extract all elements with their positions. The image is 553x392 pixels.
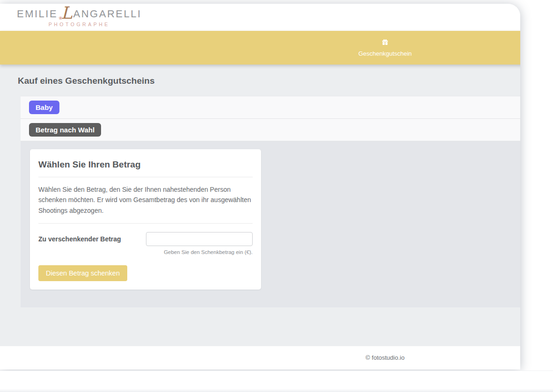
voucher-panel: Baby Betrag nach Wahl Wählen Sie Ihren B… <box>21 96 520 307</box>
logo-name-left: EMILIE <box>17 9 58 19</box>
copyright-text: © fotostudio.io <box>0 346 520 370</box>
logo-name: EMILIE❀LANGARELLI <box>17 8 142 21</box>
background-window-edge <box>0 370 553 392</box>
page-footer: © fotostudio.io <box>0 346 520 370</box>
divider <box>38 223 253 224</box>
browser-window: EMILIE❀LANGARELLI PHOTOGRAPHE Geschenkgu… <box>0 4 520 370</box>
tab-betrag-nach-wahl[interactable]: Betrag nach Wahl <box>29 123 101 137</box>
amount-input-column: Geben Sie den Schenkbetrag ein (€). <box>146 232 253 255</box>
card-heading: Wählen Sie Ihren Betrag <box>38 160 253 170</box>
screenshot-canvas: EMILIE❀LANGARELLI PHOTOGRAPHE Geschenkgu… <box>0 0 553 392</box>
page-title: Kauf eines Geschenkgutscheins <box>18 76 520 86</box>
amount-input[interactable] <box>146 232 253 246</box>
category-row-betrag: Betrag nach Wahl <box>21 119 520 141</box>
tab-baby[interactable]: Baby <box>29 101 59 114</box>
nav-item-label: Geschenkgutschein <box>358 50 412 57</box>
gift-icon <box>381 38 389 48</box>
category-row-baby: Baby <box>21 96 520 119</box>
gift-amount-submit-button[interactable]: Diesen Betrag schenken <box>38 265 127 281</box>
logo-name-right: ANGARELLI <box>73 9 142 19</box>
site-page: EMILIE❀LANGARELLI PHOTOGRAPHE Geschenkgu… <box>0 4 520 370</box>
amount-form-row: Zu verschenkender Betrag Geben Sie den S… <box>38 232 253 255</box>
logo-subtitle: PHOTOGRAPHE <box>49 22 110 27</box>
card-description: Wählen Sie den Betrag, den Sie der Ihnen… <box>38 184 253 216</box>
main-content: Kauf eines Geschenkgutscheins Baby Betra… <box>0 65 520 346</box>
divider <box>38 177 253 177</box>
site-header: EMILIE❀LANGARELLI PHOTOGRAPHE <box>0 4 520 31</box>
tab-content-panel: Wählen Sie Ihren Betrag Wählen Sie den B… <box>21 141 520 307</box>
site-logo[interactable]: EMILIE❀LANGARELLI PHOTOGRAPHE <box>17 8 142 27</box>
logo-monogram: ❀L <box>61 7 73 19</box>
amount-helper-text: Geben Sie den Schenkbetrag ein (€). <box>146 249 253 255</box>
nav-item-geschenkgutschein[interactable]: Geschenkgutschein <box>358 38 412 57</box>
amount-field-label: Zu verschenkender Betrag <box>38 232 146 243</box>
main-navbar: Geschenkgutschein <box>0 31 520 65</box>
amount-card: Wählen Sie Ihren Betrag Wählen Sie den B… <box>30 149 261 290</box>
flower-icon: ❀ <box>58 16 64 20</box>
